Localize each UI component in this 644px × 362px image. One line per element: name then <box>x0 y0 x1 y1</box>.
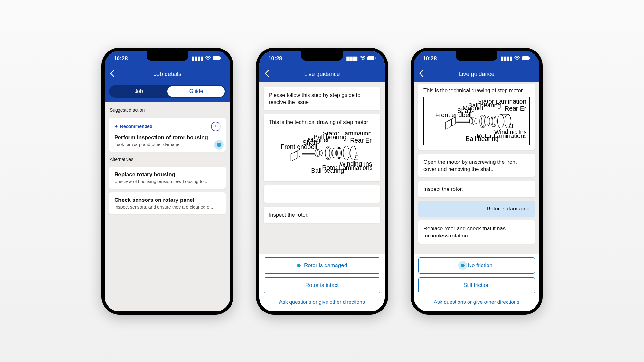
content-area: This is the technical drawing of step mo… <box>414 82 539 254</box>
svg-rect-31 <box>213 56 220 60</box>
header-title: Job details <box>105 71 230 78</box>
step-card: Inspect the rotor. <box>418 181 535 197</box>
header-title: Live guidance <box>259 71 385 78</box>
svg-rect-32 <box>220 57 221 59</box>
drawing-card: This is the technical drawing of step mo… <box>418 84 535 150</box>
phone-live-guidance-1: 10:28 ▮▮▮▮ Live guidance Please follow t… <box>256 48 388 315</box>
section-suggested: Suggested action <box>109 106 226 114</box>
header-title: Live guidance <box>414 71 539 78</box>
signal-icon: ▮▮▮▮ <box>501 55 512 62</box>
battery-icon <box>522 55 530 62</box>
wifi-icon <box>360 55 365 62</box>
status-time: 10:28 <box>114 55 128 62</box>
svg-rect-34 <box>367 56 374 60</box>
option-label: Still friction <box>463 282 490 289</box>
status-icons: ▮▮▮▮ <box>346 55 376 62</box>
content-area: Please follow this step by step guide to… <box>259 82 385 254</box>
tab-guide[interactable]: Guide <box>167 86 225 97</box>
option-label: Rotor is damaged <box>304 262 347 269</box>
recommended-sub: Look for warp and other damage <box>114 142 221 147</box>
battery-icon <box>213 55 221 62</box>
section-alternatives: Alternatives <box>109 155 226 163</box>
ask-link[interactable]: Ask questions or give other directions <box>418 297 535 306</box>
status-icons: ▮▮▮▮ <box>192 55 221 62</box>
step-card: Open the motor by unscrewing the front c… <box>418 154 535 177</box>
back-button[interactable] <box>264 70 269 79</box>
option-still-friction[interactable]: Still friction <box>418 277 535 293</box>
alt-sub: Inspect sensors, and ensure they are cle… <box>114 204 221 209</box>
highlight-dot-icon <box>217 143 221 147</box>
technical-drawing <box>269 129 375 177</box>
step-text: Inspect the rotor. <box>269 211 375 218</box>
phone-live-guidance-2: 10:28 ▮▮▮▮ Live guidance This is the tec… <box>411 48 543 315</box>
option-rotor-damaged[interactable]: Rotor is damaged <box>264 257 380 274</box>
drawing-caption: This is the technical drawing of step mo… <box>423 87 530 94</box>
step-card: Inspect the rotor. <box>264 207 380 223</box>
sparkle-icon: ✦ <box>114 124 118 129</box>
notch <box>147 51 188 61</box>
highlight-dot-icon <box>461 264 465 267</box>
signal-icon: ▮▮▮▮ <box>346 55 358 62</box>
signal-icon: ▮▮▮▮ <box>192 55 203 62</box>
svg-point-36 <box>517 59 517 60</box>
highlight-dot-icon <box>297 264 301 267</box>
bottom-actions: No friction Still friction Ask questions… <box>414 254 539 311</box>
wifi-icon <box>205 55 211 62</box>
alt-sub: Unscrew old housing tension new housing … <box>114 179 221 184</box>
alt-card[interactable]: Replace rotary housing Unscrew old housi… <box>109 167 226 189</box>
score-ring: 96 <box>211 122 221 131</box>
step-text: Replace rotor and check that it has fric… <box>423 225 530 239</box>
bottom-actions: Rotor is damaged Rotor is intact Ask que… <box>259 254 385 311</box>
option-rotor-intact[interactable]: Rotor is intact <box>264 277 380 293</box>
score-value: 96 <box>214 125 217 128</box>
intro-text: Please follow this step by step guide to… <box>269 91 375 106</box>
drawing-caption: This is the technical drawing of step mo… <box>269 118 375 125</box>
phone-job-details: 10:28 ▮▮▮▮ Job details Job Guide <box>101 48 233 315</box>
blank-card <box>264 185 380 203</box>
step-card: Replace rotor and check that it has fric… <box>418 220 535 244</box>
ask-link[interactable]: Ask questions or give other directions <box>264 297 380 306</box>
svg-point-30 <box>208 59 208 60</box>
recommended-card[interactable]: ✦ Recommended 96 Perform inspection of r… <box>109 118 226 152</box>
svg-rect-35 <box>375 57 376 59</box>
svg-rect-38 <box>529 57 530 59</box>
app-header: Live guidance <box>414 66 539 82</box>
alt-title: Check sensors on rotary panel <box>114 197 221 203</box>
tab-bar: Job Guide <box>105 82 230 102</box>
status-time: 10:28 <box>268 55 282 62</box>
tab-job[interactable]: Job <box>110 86 167 97</box>
user-response-card: Rotor is damaged <box>418 201 535 217</box>
technical-drawing <box>423 97 530 145</box>
app-header: Live guidance <box>259 66 385 82</box>
wifi-icon <box>514 55 520 62</box>
option-label: No friction <box>468 262 493 269</box>
user-response-text: Rotor is damaged <box>487 206 530 212</box>
intro-card: Please follow this step by step guide to… <box>264 87 380 110</box>
recommended-badge: ✦ Recommended <box>114 124 152 129</box>
recommended-label: Recommended <box>120 124 152 129</box>
alt-card[interactable]: Check sensors on rotary panel Inspect se… <box>109 192 226 214</box>
back-button[interactable] <box>419 70 423 79</box>
alt-title: Replace rotary housing <box>114 172 221 178</box>
notch <box>301 51 343 61</box>
svg-point-33 <box>362 59 363 60</box>
drawing-card: This is the technical drawing of step mo… <box>264 114 380 181</box>
status-time: 10:28 <box>423 55 437 62</box>
battery-icon <box>367 55 376 62</box>
content-area: Suggested action ✦ Recommended 96 Perfor… <box>105 102 230 311</box>
option-no-friction[interactable]: No friction <box>418 257 535 274</box>
svg-rect-37 <box>522 56 529 60</box>
status-icons: ▮▮▮▮ <box>501 55 530 62</box>
back-button[interactable] <box>110 70 114 79</box>
step-text: Inspect the rotor. <box>423 185 530 192</box>
notch <box>456 51 497 61</box>
step-text: Open the motor by unscrewing the front c… <box>423 158 530 173</box>
option-label: Rotor is intact <box>305 282 339 289</box>
app-header: Job details <box>105 66 230 82</box>
recommended-title: Perform inspection of rotor housing <box>114 135 221 141</box>
